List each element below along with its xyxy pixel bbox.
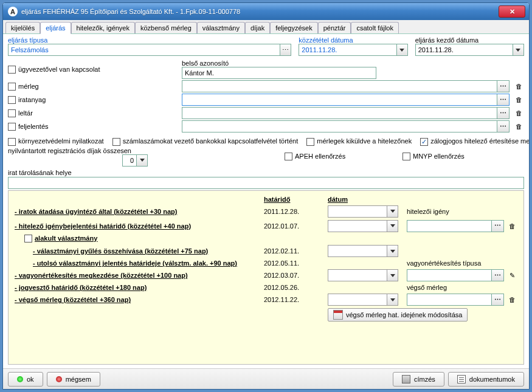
szamla-check[interactable]: számlaszámokat vezető bankokkal kapcsola… — [112, 137, 299, 146]
leltar-check[interactable]: leltár — [8, 109, 178, 117]
tab-csatolt[interactable]: csatolt fájlok — [351, 22, 399, 33]
feljelentes-check[interactable]: feljelentés — [8, 123, 178, 131]
row-vagyon-deadline: 2012.03.07. — [264, 272, 322, 279]
checkbox-icon[interactable] — [8, 109, 16, 117]
merleg-check[interactable]: mérleg — [8, 83, 178, 91]
internal-id-value: Kántor M. — [185, 69, 214, 77]
tab-eljaras[interactable]: eljárás — [40, 22, 71, 34]
korny-label: környezetvédelmi nyilatkozat — [18, 137, 104, 145]
row-iratok-date[interactable] — [328, 205, 398, 218]
ellipsis-icon[interactable]: ⋯ — [497, 121, 509, 132]
korny-check[interactable]: környezetvédelmi nyilatkozat — [8, 137, 104, 146]
type-combo[interactable]: Felszámolás ⋯ — [8, 44, 291, 56]
feljelentes-delete[interactable]: 🗑 — [513, 120, 524, 132]
hitelezoi-combo[interactable]: ⋯ — [407, 220, 504, 232]
merleg-input[interactable]: ⋯ — [182, 80, 510, 92]
checkbox-icon[interactable] — [112, 138, 120, 146]
row-iratok[interactable]: - iratok átadása ügyintéző által (közzét… — [15, 208, 258, 215]
storage-input[interactable] — [8, 177, 524, 189]
tab-kijeloles[interactable]: kijelölés — [5, 22, 40, 33]
internal-id-input[interactable]: Kántor M. — [182, 67, 376, 79]
chevron-down-icon[interactable] — [396, 44, 407, 55]
merleg-delete[interactable]: 🗑 — [513, 80, 524, 92]
pub-value: 2011.11.28. — [299, 46, 396, 53]
row-vegso[interactable]: - végső mérleg (közzététel +360 nap) — [15, 296, 258, 303]
iratanyag-check[interactable]: iratanyag — [8, 96, 178, 104]
col-date: dátum — [328, 196, 401, 203]
row-jogveszto[interactable]: - jogvesztő határidő (közzététel +180 na… — [15, 284, 258, 291]
feljelentes-input[interactable]: ⋯ — [182, 120, 510, 132]
iratanyag-input[interactable]: ⋯ — [182, 94, 510, 106]
chevron-down-icon[interactable] — [387, 221, 398, 232]
row-vegso-date[interactable] — [328, 294, 398, 306]
dokumentumok-button[interactable]: dokumentumok — [448, 372, 524, 387]
tab-penztar[interactable]: pénztár — [318, 22, 351, 33]
row-valasztmanyi-date[interactable] — [328, 245, 398, 257]
zalog-check[interactable]: zálogjogos hitelező értesítése megtörtén… — [420, 137, 529, 146]
chevron-down-icon[interactable] — [136, 155, 147, 166]
vagyon-extra[interactable]: ✎ — [506, 269, 517, 281]
checkbox-icon[interactable] — [24, 235, 32, 242]
reg-value: 0 — [123, 157, 136, 164]
cimzes-button[interactable]: címzés — [393, 372, 444, 387]
ellipsis-icon[interactable]: ⋯ — [491, 294, 503, 305]
document-icon — [457, 375, 466, 383]
chevron-down-icon[interactable] — [513, 44, 523, 55]
ellipsis-icon[interactable]: ⋯ — [491, 221, 503, 232]
row-valasztmanyi[interactable]: - választmányi gyűlés összehívása (közzé… — [15, 247, 258, 255]
titlebar: A eljárás FEHÉRHÁZ 95 Építőipari és Szol… — [3, 3, 529, 20]
tab-feljegyzesek[interactable]: feljegyzések — [270, 22, 318, 33]
row-hitelezok-date[interactable] — [328, 220, 398, 232]
tab-hitelezok[interactable]: hitelezők, igények — [71, 22, 135, 33]
pub-date[interactable]: 2011.11.28. — [299, 44, 407, 56]
ok-button[interactable]: ok — [8, 372, 43, 387]
chevron-down-icon[interactable] — [387, 270, 398, 281]
cancel-button[interactable]: mégsem — [47, 372, 100, 387]
contact-check[interactable]: ügyvezetővel van kapcsolat — [8, 66, 178, 74]
start-date[interactable]: 2011.11.28. — [415, 44, 524, 56]
hitelezoi-delete[interactable]: 🗑 — [506, 220, 517, 232]
modify-vegso-button[interactable]: végső mérleg hat. idejének módosítása — [328, 308, 468, 322]
vagyon-combo[interactable]: ⋯ — [407, 269, 504, 281]
chevron-down-icon[interactable] — [387, 206, 398, 217]
row-vagyon[interactable]: - vagyonértékesítés megkezdése (közzétét… — [15, 272, 258, 279]
ellipsis-icon[interactable]: ⋯ — [280, 44, 291, 55]
row-utolso[interactable]: - utolsó választmányi jelentés határidej… — [15, 260, 258, 267]
vegso-delete[interactable]: 🗑 — [506, 294, 517, 306]
contact-label: ügyvezetővel van kapcsolat — [18, 66, 100, 73]
row-valasztmanyi-deadline: 2012.02.11. — [264, 247, 322, 255]
ellipsis-icon[interactable]: ⋯ — [491, 270, 503, 281]
ellipsis-icon[interactable]: ⋯ — [497, 81, 509, 92]
close-button[interactable]: ✕ — [499, 5, 525, 18]
vegso-combo[interactable]: ⋯ — [407, 294, 504, 306]
row-vagyon-date[interactable] — [328, 269, 398, 281]
ellipsis-icon[interactable]: ⋯ — [497, 94, 509, 105]
leltar-input[interactable]: ⋯ — [182, 107, 510, 119]
chevron-down-icon[interactable] — [387, 246, 398, 256]
checkbox-icon[interactable] — [306, 138, 314, 146]
checkbox-icon[interactable] — [8, 138, 16, 146]
merlegki-check[interactable]: mérlegek kiküldve a hitelezőnek — [306, 137, 412, 146]
checkbox-icon[interactable] — [8, 66, 16, 74]
chevron-down-icon[interactable] — [387, 294, 398, 305]
leltar-delete[interactable]: 🗑 — [513, 107, 524, 119]
reg-spinner[interactable]: 0 — [122, 154, 148, 167]
checkbox-icon[interactable] — [285, 153, 292, 160]
row-alakult[interactable]: alakult választmány — [15, 235, 258, 243]
tab-valasztmany[interactable]: választmány — [197, 22, 245, 33]
checkbox-icon[interactable] — [8, 96, 16, 104]
checkbox-icon[interactable] — [402, 153, 410, 160]
iratanyag-label: iratanyag — [18, 96, 46, 103]
checkbox-icon[interactable] — [8, 83, 16, 91]
dokumentumok-label: dokumentumok — [469, 376, 515, 383]
merlegki-label: mérlegek kiküldve a hitelezőnek — [317, 137, 412, 145]
checkbox-icon[interactable] — [8, 123, 16, 131]
tab-kozbensomerleg[interactable]: közbenső mérleg — [135, 22, 197, 33]
ellipsis-icon[interactable]: ⋯ — [497, 108, 509, 119]
row-hitelezok[interactable]: - hitelező igénybejelentési határidő (kö… — [15, 222, 258, 230]
mnyp-check[interactable]: MNYP ellenőrzés — [402, 153, 524, 161]
tab-dijak[interactable]: díjak — [245, 22, 270, 33]
apeh-check[interactable]: APEH ellenőrzés — [285, 153, 394, 161]
iratanyag-delete[interactable]: 🗑 — [513, 94, 524, 106]
checkbox-icon[interactable] — [420, 138, 428, 146]
